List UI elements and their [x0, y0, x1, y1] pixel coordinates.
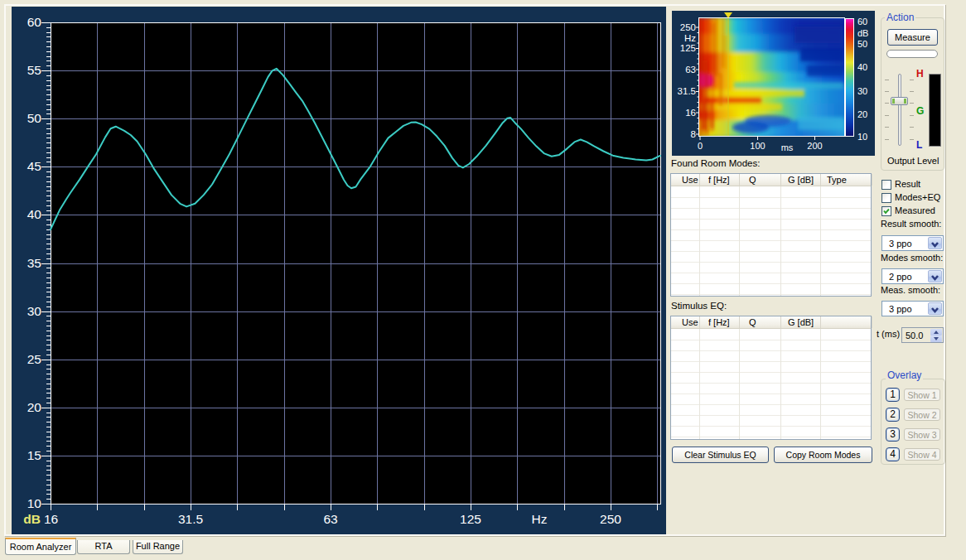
svg-text:250: 250: [600, 512, 621, 526]
svg-text:40: 40: [857, 62, 867, 72]
svg-text:55: 55: [27, 63, 41, 77]
svg-text:dB: dB: [23, 512, 41, 526]
svg-text:31.5: 31.5: [678, 86, 696, 96]
svg-text:250: 250: [680, 22, 696, 32]
svg-text:25: 25: [27, 352, 41, 366]
svg-text:35: 35: [27, 256, 41, 270]
svg-text:16: 16: [685, 108, 696, 118]
svg-text:100: 100: [750, 141, 765, 151]
svg-text:200: 200: [807, 141, 822, 151]
svg-text:50: 50: [27, 111, 42, 125]
svg-text:125: 125: [680, 43, 696, 53]
svg-text:31.5: 31.5: [178, 512, 203, 526]
svg-text:Hz: Hz: [532, 512, 548, 526]
svg-text:63: 63: [323, 512, 337, 526]
svg-text:0: 0: [698, 141, 703, 151]
svg-text:60: 60: [857, 17, 867, 27]
svg-text:15: 15: [27, 448, 41, 462]
svg-text:20: 20: [27, 400, 42, 414]
svg-text:30: 30: [857, 86, 867, 96]
svg-text:63: 63: [685, 65, 696, 75]
svg-text:20: 20: [857, 109, 867, 119]
svg-text:dB: dB: [857, 28, 868, 38]
svg-text:Hz: Hz: [684, 33, 696, 43]
svg-text:60: 60: [27, 15, 42, 29]
svg-text:ms: ms: [781, 142, 794, 152]
svg-text:45: 45: [27, 159, 41, 173]
svg-text:10: 10: [27, 496, 42, 510]
svg-text:8: 8: [691, 129, 696, 139]
svg-text:40: 40: [27, 207, 42, 221]
svg-text:16: 16: [44, 512, 58, 526]
svg-text:50: 50: [857, 39, 867, 49]
svg-text:10: 10: [857, 132, 867, 142]
svg-text:30: 30: [27, 304, 42, 318]
svg-text:125: 125: [460, 512, 481, 526]
